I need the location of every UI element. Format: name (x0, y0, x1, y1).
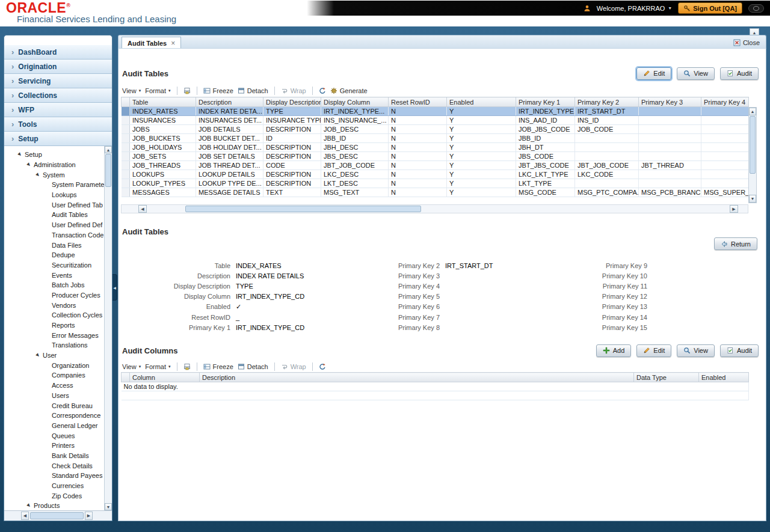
grid-horizontal-scrollbar[interactable]: ◀ ▶ (121, 204, 748, 213)
scrollbar-thumb[interactable] (105, 154, 111, 187)
wrap-button[interactable]: Wrap (281, 363, 306, 370)
tree-item-events[interactable]: Events (4, 270, 104, 280)
tree-item-user[interactable]: ▶User (4, 350, 104, 361)
scroll-right-button[interactable]: ▶ (730, 205, 738, 213)
export-icon[interactable] (183, 363, 191, 370)
column-header-description[interactable]: Description (196, 97, 263, 107)
tree-item-queues[interactable]: Queues (4, 430, 104, 441)
tree-item-reports[interactable]: Reports (4, 320, 104, 331)
export-icon[interactable] (183, 87, 191, 94)
sidebar-item-tools[interactable]: ›Tools (4, 117, 112, 132)
column-header-column[interactable]: Column (130, 373, 200, 382)
tree-item-producer-cycles[interactable]: Producer Cycles (4, 290, 104, 301)
column-header-description[interactable]: Description (200, 373, 634, 382)
sidebar-item-origination[interactable]: ›Origination (4, 60, 112, 74)
scroll-up-button[interactable]: ▲ (105, 146, 112, 153)
view-menu-button[interactable]: View▾ (122, 363, 141, 370)
tree-vertical-scrollbar[interactable]: ▲ ▼ (104, 146, 112, 510)
tree-item-credit-bureau[interactable]: Credit Bureau (4, 400, 104, 411)
tree-item-administration[interactable]: ▶Administration (4, 160, 104, 170)
freeze-button[interactable]: Freeze (203, 87, 233, 94)
scroll-left-button[interactable]: ◀ (21, 512, 29, 520)
tab-close-icon[interactable]: × (171, 39, 175, 47)
sidebar-collapse-handle[interactable]: ◀ (112, 274, 117, 301)
table-row-insurances[interactable]: INSURANCESINSURANCES DET...INSURANCE TYP… (122, 116, 749, 125)
tree-item-transaction-code[interactable]: Transaction Code (4, 230, 104, 240)
audit-button[interactable]: Audit (720, 67, 759, 80)
scroll-up-button[interactable]: ▲ (749, 108, 756, 115)
sidebar-item-servicing[interactable]: ›Servicing (4, 74, 112, 88)
column-header-data-type[interactable]: Data Type (634, 373, 699, 382)
scroll-down-button[interactable]: ▼ (105, 503, 112, 510)
tree-item-translations[interactable]: Translations (4, 340, 104, 350)
grid-vertical-scrollbar[interactable]: ▲ ▼ (748, 107, 757, 203)
audit-button[interactable]: Audit (720, 344, 759, 357)
edit-button[interactable]: Edit (636, 344, 671, 357)
sidebar-item-dashboard[interactable]: ›DashBoard (4, 45, 112, 60)
tree-item-audit-tables[interactable]: Audit Tables (4, 210, 104, 220)
tree-item-securitization[interactable]: Securitization (4, 260, 104, 271)
tree-item-vendors[interactable]: Vendors (4, 300, 104, 310)
table-row-job-holidays[interactable]: JOB_HOLIDAYSJOB HOLIDAY DET...DESCRIPTIO… (122, 143, 749, 152)
welcome-menu[interactable]: Welcome, PRAKRRAO▼ (597, 5, 672, 12)
close-button[interactable]: Close (733, 39, 760, 46)
refresh-icon[interactable] (319, 87, 326, 94)
sidebar-horizontal-scrollbar[interactable]: ◀ ▶ (4, 510, 112, 521)
tree-item-dedupe[interactable]: Dedupe (4, 250, 104, 260)
column-header-enabled[interactable]: Enabled (699, 373, 749, 382)
tree-item-data-files[interactable]: Data Files (4, 240, 104, 250)
table-row-jobs[interactable]: JOBSJOB DETAILSDESCRIPTIONJOB_DESCNYJOB_… (122, 125, 749, 134)
view-button[interactable]: View (677, 344, 715, 357)
detach-button[interactable]: Detach (238, 87, 268, 94)
table-row-job-buckets[interactable]: JOB_BUCKETSJOB BUCKET DET...IDJBB_IDNYJB… (122, 134, 749, 143)
table-row-job-sets[interactable]: JOB_SETSJOB SET DETAILSDESCRIPTIONJBS_DE… (122, 152, 749, 161)
tree-item-check-details[interactable]: Check Details (4, 460, 104, 471)
tree-item-system-paramete[interactable]: System Paramete (4, 180, 104, 190)
table-row-lookup-types[interactable]: LOOKUP_TYPESLOOKUP TYPE DE...DESCRIPTION… (122, 179, 749, 188)
view-menu-button[interactable]: View▾ (122, 87, 141, 94)
tree-item-system[interactable]: ▶System (4, 170, 104, 180)
generate-button[interactable]: Generate (330, 87, 368, 94)
scroll-down-button[interactable]: ▼ (749, 195, 756, 203)
tree-item-lookups[interactable]: Lookups (4, 190, 104, 200)
view-button[interactable]: View (677, 67, 715, 80)
scroll-right-button[interactable]: ▶ (85, 512, 93, 520)
sidebar-item-setup[interactable]: ›Setup (4, 132, 112, 146)
wrap-button[interactable]: Wrap (281, 87, 306, 94)
tree-item-printers[interactable]: Printers (4, 441, 104, 451)
column-header-primary-key-2[interactable]: Primary Key 2 (575, 97, 639, 107)
tree-item-error-messages[interactable]: Error Messages (4, 330, 104, 340)
column-header-table[interactable]: Table (130, 97, 196, 107)
tree-item-standard-payees[interactable]: Standard Payees (4, 471, 104, 481)
add-button[interactable]: Add (596, 344, 632, 357)
column-header-primary-key-1[interactable]: Primary Key 1 (516, 97, 575, 107)
scroll-left-button[interactable]: ◀ (138, 205, 147, 213)
scrollbar-thumb[interactable] (750, 116, 756, 174)
format-menu-button[interactable]: Format▾ (145, 363, 170, 370)
tree-item-setup[interactable]: ▶Setup (4, 150, 104, 160)
oracle-badge-icon[interactable] (748, 4, 764, 13)
tree-item-currencies[interactable]: Currencies (4, 481, 104, 491)
table-row-job-threads[interactable]: JOB_THREADSJOB THREAD DET...CODEJBT_JOB_… (122, 161, 749, 170)
scrollbar-thumb[interactable] (185, 206, 421, 212)
tree-item-zip-codes[interactable]: Zip Codes (4, 491, 104, 501)
tree-item-users[interactable]: Users (4, 391, 104, 401)
column-header-primary-key-4[interactable]: Primary Key 4 (701, 97, 749, 107)
table-row-messages[interactable]: MESSAGESMESSAGE DETAILSTEXTMSG_TEXTNYMSG… (122, 188, 749, 197)
tree-item-access[interactable]: Access (4, 381, 104, 391)
tree-item-companies[interactable]: Companies (4, 370, 104, 381)
tree-item-organization[interactable]: Organization (4, 360, 104, 370)
scrollbar-thumb[interactable] (30, 512, 84, 519)
column-header-reset-rowid[interactable]: Reset RowID (389, 97, 447, 107)
sidebar-item-wfp[interactable]: ›WFP (4, 103, 112, 117)
tree-item-general-ledger[interactable]: General Ledger (4, 421, 104, 431)
refresh-icon[interactable] (319, 363, 326, 370)
tab-audit-tables[interactable]: Audit Tables × (122, 37, 181, 49)
tree-item-correspondence[interactable]: Correspondence (4, 411, 104, 421)
column-header-display-description[interactable]: Display Description (263, 97, 321, 107)
return-button[interactable]: Return (714, 237, 757, 250)
tree-item-user-defined-def[interactable]: User Defined Def (4, 220, 104, 230)
column-header-enabled[interactable]: Enabled (447, 97, 516, 107)
tree-item-collection-cycles[interactable]: Collection Cycles (4, 310, 104, 320)
freeze-button[interactable]: Freeze (203, 363, 233, 370)
